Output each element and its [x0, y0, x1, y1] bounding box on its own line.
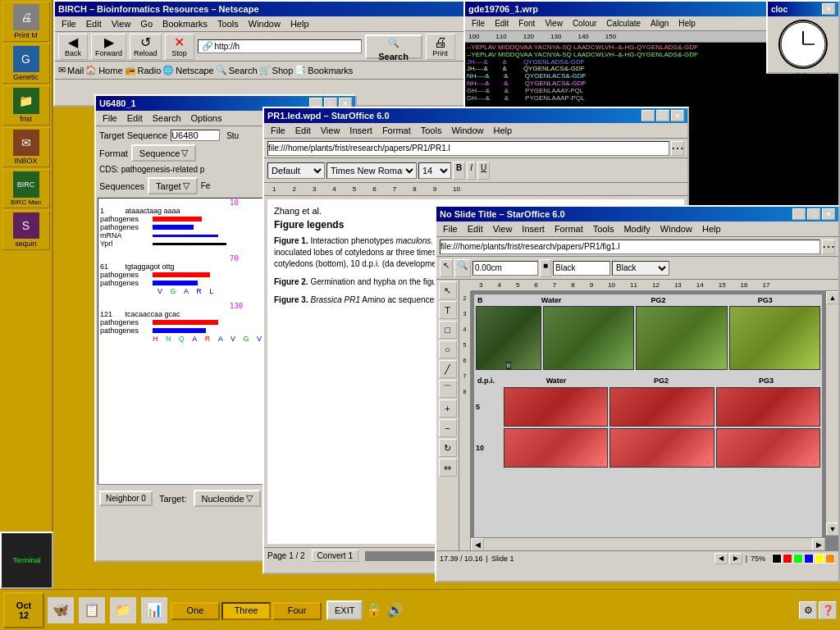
- taskbar-sys-2[interactable]: ❓: [819, 601, 837, 619]
- imp-tool-curve[interactable]: ⌒: [439, 380, 457, 398]
- bm-shop[interactable]: 🛒Shop: [259, 65, 294, 75]
- imp-tool-arrow[interactable]: ↖: [439, 281, 457, 299]
- bm-mail[interactable]: ✉Mail: [58, 65, 84, 75]
- imp-nav-prev[interactable]: ◀: [714, 553, 728, 564]
- imp-tool-ellipse[interactable]: ○: [439, 340, 457, 358]
- nucleotide-dropdown[interactable]: Nucleotide ▽: [194, 490, 261, 507]
- color-green[interactable]: [793, 554, 803, 564]
- so-size-select[interactable]: 14: [418, 162, 451, 179]
- imp-color-select[interactable]: Black: [612, 261, 669, 276]
- print-button[interactable]: 🖨 Print: [426, 34, 455, 60]
- imp-menu-help[interactable]: Help: [697, 222, 726, 235]
- terminal-window[interactable]: Terminal: [0, 532, 53, 589]
- u6480-menu-edit[interactable]: Edit: [122, 112, 148, 125]
- u6480-menu-search[interactable]: Search: [148, 112, 186, 125]
- menu-file[interactable]: File: [57, 17, 81, 30]
- color-red[interactable]: [783, 554, 792, 564]
- so-menu-file[interactable]: File: [266, 124, 290, 137]
- color-yellow[interactable]: [815, 554, 824, 564]
- exit-button[interactable]: EXIT: [326, 600, 363, 620]
- so-italic-btn[interactable]: I: [467, 162, 476, 180]
- gde-menu-font[interactable]: Font: [514, 17, 540, 30]
- so-menu-tools[interactable]: Tools: [416, 124, 447, 137]
- format-button[interactable]: Sequence ▽: [131, 144, 197, 162]
- bm-home[interactable]: 🏠Home: [85, 65, 122, 75]
- gde-menu-align[interactable]: Align: [646, 17, 673, 30]
- so-menu-view[interactable]: View: [316, 124, 345, 137]
- so-menu-help[interactable]: Help: [489, 124, 518, 137]
- so-impress-minimize[interactable]: _: [792, 208, 806, 220]
- imp-tool-line[interactable]: ╱: [439, 360, 457, 378]
- imp-scroll-down[interactable]: ▼: [826, 523, 838, 536]
- taskbar-btn-one[interactable]: One: [171, 602, 220, 620]
- so-filepath-browse[interactable]: ⋯: [671, 141, 684, 156]
- imp-menu-edit[interactable]: Edit: [463, 222, 488, 235]
- so-menu-window[interactable]: Window: [446, 124, 488, 137]
- so-bold-btn[interactable]: B: [453, 162, 465, 180]
- imp-scrollbar-v[interactable]: ▲ ▼: [825, 291, 838, 536]
- menu-go[interactable]: Go: [135, 17, 158, 30]
- bm-bookmarks[interactable]: 📑Bookmarks: [294, 65, 353, 75]
- gde-menu-edit[interactable]: Edit: [490, 17, 514, 30]
- imp-scroll-left[interactable]: ◀: [471, 538, 484, 550]
- menu-bookmarks[interactable]: Bookmarks: [158, 17, 212, 30]
- so-menu-insert[interactable]: Insert: [345, 124, 377, 137]
- target-seq-input[interactable]: [171, 130, 220, 141]
- bm-netscape[interactable]: 🌐Netscape: [162, 65, 213, 75]
- imp-tool-zoom-out[interactable]: −: [439, 419, 457, 437]
- taskbar-icon-3[interactable]: 📁: [108, 596, 138, 625]
- bm-search[interactable]: 🔍Search: [216, 65, 258, 75]
- u6480-menu-file[interactable]: File: [98, 112, 122, 125]
- imp-menu-format[interactable]: Format: [550, 222, 588, 235]
- imp-menu-window[interactable]: Window: [655, 222, 697, 235]
- gde-menu-calculate[interactable]: Calculate: [601, 17, 646, 30]
- sidebar-item-inbox[interactable]: ✉ INBOX: [2, 127, 50, 167]
- taskbar-sys-1[interactable]: ⚙: [799, 601, 817, 619]
- so-style-select[interactable]: Default: [267, 162, 325, 179]
- so-impress-maximize[interactable]: □: [807, 208, 820, 220]
- convert-button[interactable]: Convert 1: [312, 550, 358, 562]
- imp-tool-flip[interactable]: ⇔: [439, 459, 457, 477]
- so-impress-close[interactable]: ×: [822, 208, 835, 220]
- imp-tool-rect[interactable]: □: [439, 321, 457, 339]
- imp-tool-text[interactable]: T: [439, 301, 457, 319]
- imp-menu-file[interactable]: File: [438, 222, 463, 235]
- gde-menu-file[interactable]: File: [467, 17, 490, 30]
- sidebar-item-print[interactable]: 🖨 Print M: [2, 2, 50, 42]
- taskbar-speaker-icon[interactable]: 🔊: [386, 600, 405, 620]
- clock-close[interactable]: ×: [822, 3, 835, 15]
- imp-scroll-track[interactable]: [484, 538, 812, 550]
- gde-menu-colour[interactable]: Colour: [568, 17, 601, 30]
- taskbar-icon-1[interactable]: 🦋: [46, 596, 75, 625]
- sidebar-item-frist[interactable]: 📁 frist: [2, 85, 50, 126]
- so-menu-format[interactable]: Format: [377, 124, 416, 137]
- gde-menu-view[interactable]: View: [540, 17, 568, 30]
- so-writer-minimize[interactable]: _: [641, 110, 655, 121]
- imp-color-input[interactable]: Black: [553, 261, 610, 276]
- color-black[interactable]: [772, 554, 782, 564]
- taskbar-btn-three[interactable]: Three: [221, 602, 271, 620]
- taskbar-icon-4[interactable]: 📊: [139, 596, 169, 625]
- imp-nav-next[interactable]: ▶: [729, 553, 742, 564]
- gde-menu-help[interactable]: Help: [673, 17, 701, 30]
- taskbar-icon-2[interactable]: 📋: [77, 596, 107, 625]
- imp-tool-rotate[interactable]: ↻: [439, 439, 457, 457]
- imp-filepath-browse[interactable]: ⋯: [822, 240, 835, 254]
- forward-button[interactable]: ▶ Forward: [91, 34, 126, 60]
- back-button[interactable]: ◀ Back: [58, 34, 88, 60]
- bm-radio[interactable]: 📻Radio: [125, 65, 162, 75]
- color-orange[interactable]: [825, 554, 835, 564]
- taskbar-btn-four[interactable]: Four: [272, 602, 322, 620]
- imp-menu-view[interactable]: View: [488, 222, 518, 235]
- address-display[interactable]: 🔗 http://h: [198, 39, 362, 53]
- stop-button[interactable]: ✕ Stop: [165, 34, 194, 60]
- so-writer-maximize[interactable]: □: [656, 110, 669, 121]
- imp-scroll-up[interactable]: ▲: [826, 291, 838, 304]
- so-underline-btn[interactable]: U: [477, 162, 490, 180]
- imp-filepath-input[interactable]: [440, 240, 820, 254]
- imp-tb-select[interactable]: ↖: [440, 259, 453, 277]
- color-blue[interactable]: [804, 554, 814, 564]
- search-button[interactable]: 🔍 Search: [365, 34, 422, 59]
- imp-menu-insert[interactable]: Insert: [517, 222, 550, 235]
- imp-slide-canvas[interactable]: B Water PG2 PG3 B: [471, 291, 838, 550]
